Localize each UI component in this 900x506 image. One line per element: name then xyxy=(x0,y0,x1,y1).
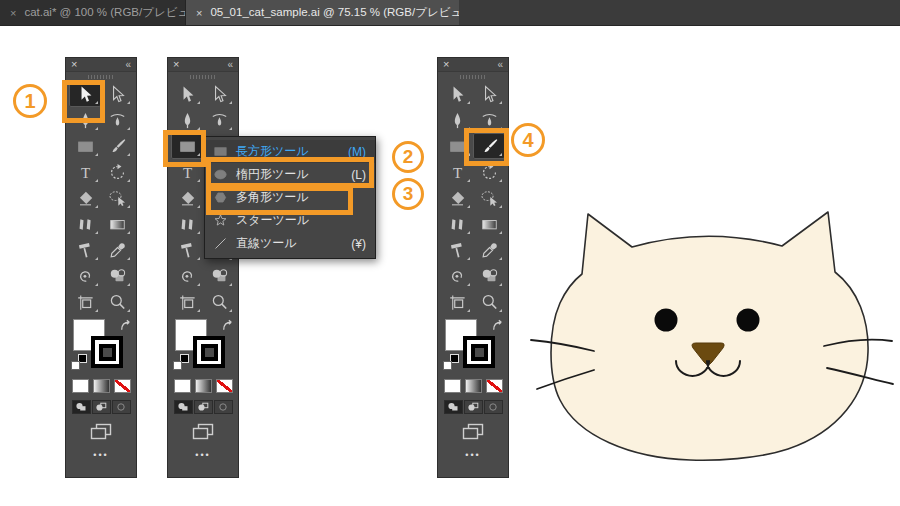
shape-builder-tool-button[interactable] xyxy=(203,263,235,289)
cat-whisker-left-upper xyxy=(531,340,594,351)
close-icon[interactable]: × xyxy=(196,7,202,19)
eraser-tool-icon xyxy=(178,189,197,208)
color-button[interactable] xyxy=(444,379,461,393)
panel-header[interactable]: × « xyxy=(438,58,508,72)
close-icon[interactable]: × xyxy=(71,59,77,70)
default-colors-icon[interactable] xyxy=(71,354,87,370)
default-colors-icon[interactable] xyxy=(173,354,189,370)
zoom-tool-button[interactable] xyxy=(473,289,505,315)
rotate-tool-button[interactable] xyxy=(101,159,133,185)
cat-illustration[interactable] xyxy=(531,212,893,460)
menu-item-line-tool[interactable]: 直線ツール (¥) xyxy=(205,232,375,255)
eyedropper-tool-button[interactable] xyxy=(101,237,133,263)
screen-mode-button[interactable] xyxy=(66,423,136,440)
gradient-button[interactable] xyxy=(465,379,482,393)
scale-tool-button[interactable] xyxy=(441,237,473,263)
gradient-button[interactable] xyxy=(195,379,212,393)
eyedropper-tool-icon xyxy=(108,241,127,260)
close-icon[interactable]: × xyxy=(173,59,179,70)
panel-header[interactable]: × « xyxy=(168,58,238,72)
gradient-button[interactable] xyxy=(93,379,110,393)
color-button[interactable] xyxy=(174,379,191,393)
shape-builder-tool-button[interactable] xyxy=(473,263,505,289)
zoom-tool-button[interactable] xyxy=(101,289,133,315)
none-button[interactable] xyxy=(486,379,503,393)
zoom-tool-button[interactable] xyxy=(203,289,235,315)
collapse-icon[interactable]: « xyxy=(497,60,503,70)
blend-tool-button[interactable] xyxy=(69,263,101,289)
swap-fill-stroke-icon[interactable] xyxy=(119,318,132,331)
pen-tool-icon xyxy=(448,111,467,130)
scale-tool-icon xyxy=(448,241,467,260)
width-tool-button[interactable] xyxy=(441,211,473,237)
draw-behind-button[interactable] xyxy=(92,400,111,414)
eyedropper-tool-button[interactable] xyxy=(473,237,505,263)
curvature-tool-button[interactable] xyxy=(203,107,235,133)
curvature-tool-button[interactable] xyxy=(101,107,133,133)
more-options-button[interactable]: ••• xyxy=(66,450,136,460)
close-icon[interactable]: × xyxy=(10,7,16,19)
draw-normal-button[interactable] xyxy=(174,400,193,414)
draw-inside-button[interactable] xyxy=(214,400,233,414)
screen-mode-button[interactable] xyxy=(168,423,238,440)
none-button[interactable] xyxy=(114,379,131,393)
swap-fill-stroke-icon[interactable] xyxy=(221,318,234,331)
more-options-button[interactable]: ••• xyxy=(168,450,238,460)
default-colors-icon[interactable] xyxy=(443,354,459,370)
artboard-tool-button[interactable] xyxy=(441,289,473,315)
document-tab-bar: × cat.ai* @ 100 % (RGB/プレビュー) × 05_01_ca… xyxy=(0,0,900,26)
selection-tool-button[interactable] xyxy=(441,81,473,107)
stroke-color-swatch[interactable] xyxy=(463,336,495,368)
menu-item-label: 直線ツール xyxy=(236,235,297,252)
panel-header[interactable]: × « xyxy=(66,58,136,72)
direct-selection-tool-button[interactable] xyxy=(473,81,505,107)
live-paint-selection-tool-button[interactable] xyxy=(101,185,133,211)
draw-behind-button[interactable] xyxy=(194,400,213,414)
scale-tool-button[interactable] xyxy=(69,237,101,263)
draw-mode-row xyxy=(168,400,238,414)
stroke-color-swatch[interactable] xyxy=(193,336,225,368)
width-tool-button[interactable] xyxy=(69,211,101,237)
none-button[interactable] xyxy=(216,379,233,393)
draw-normal-button[interactable] xyxy=(444,400,463,414)
width-tool-icon xyxy=(448,215,467,234)
collapse-icon[interactable]: « xyxy=(125,60,131,70)
document-tab[interactable]: × 05_01_cat_sample.ai @ 75.15 % (RGB/プレビ… xyxy=(186,0,459,25)
type-tool-button[interactable] xyxy=(69,159,101,185)
artboard-tool-button[interactable] xyxy=(69,289,101,315)
draw-inside-button[interactable] xyxy=(112,400,131,414)
color-button[interactable] xyxy=(72,379,89,393)
eraser-tool-button[interactable] xyxy=(441,185,473,211)
swap-fill-stroke-icon[interactable] xyxy=(491,318,504,331)
direct-selection-tool-button[interactable] xyxy=(203,81,235,107)
close-icon[interactable]: × xyxy=(443,59,449,70)
rectangle-tool-button[interactable] xyxy=(69,133,101,159)
blend-tool-button[interactable] xyxy=(171,263,203,289)
eraser-tool-button[interactable] xyxy=(171,185,203,211)
paintbrush-tool-button[interactable] xyxy=(101,133,133,159)
panel-grip[interactable] xyxy=(438,72,508,81)
document-tab[interactable]: × cat.ai* @ 100 % (RGB/プレビュー) xyxy=(0,0,186,25)
panel-grip[interactable] xyxy=(168,72,238,81)
gradient-tool-button[interactable] xyxy=(473,211,505,237)
selection-tool-button[interactable] xyxy=(171,81,203,107)
blend-tool-button[interactable] xyxy=(441,263,473,289)
more-options-button[interactable]: ••• xyxy=(438,450,508,460)
eyedropper-tool-icon xyxy=(480,241,499,260)
draw-normal-button[interactable] xyxy=(72,400,91,414)
draw-inside-button[interactable] xyxy=(484,400,503,414)
scale-tool-button[interactable] xyxy=(171,237,203,263)
stroke-color-swatch[interactable] xyxy=(91,336,123,368)
draw-behind-button[interactable] xyxy=(464,400,483,414)
direct-selection-tool-button[interactable] xyxy=(101,81,133,107)
collapse-icon[interactable]: « xyxy=(227,60,233,70)
shape-builder-tool-button[interactable] xyxy=(101,263,133,289)
artboard-tool-button[interactable] xyxy=(171,289,203,315)
live-paint-selection-tool-button[interactable] xyxy=(473,185,505,211)
screen-mode-button[interactable] xyxy=(438,423,508,440)
eraser-tool-button[interactable] xyxy=(69,185,101,211)
width-tool-button[interactable] xyxy=(171,211,203,237)
eraser-tool-icon xyxy=(76,189,95,208)
direct-selection-tool-icon xyxy=(210,85,229,104)
gradient-tool-button[interactable] xyxy=(101,211,133,237)
